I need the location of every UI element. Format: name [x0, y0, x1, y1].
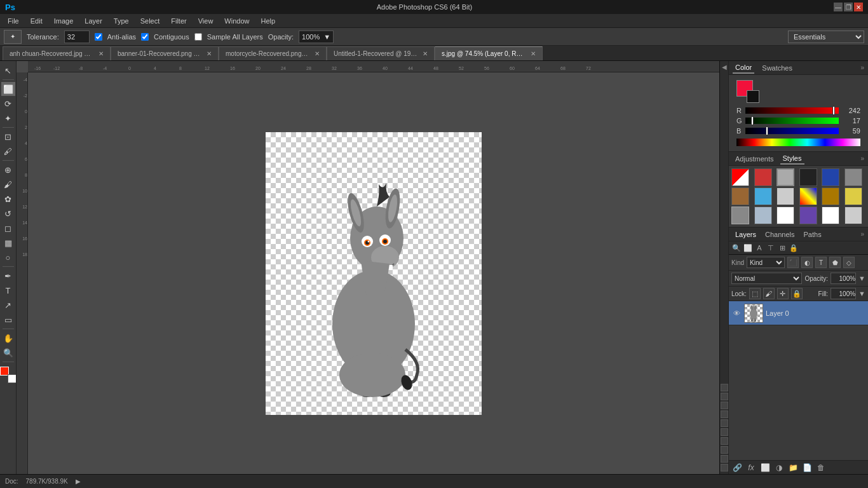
layers-icon3[interactable]: ⊤ — [766, 243, 776, 253]
paths-tab[interactable]: Paths — [801, 229, 824, 240]
tab-3[interactable]: Untitled-1-Recovered @ 192% (La... ✕ — [327, 46, 435, 60]
styles-tab[interactable]: Styles — [780, 153, 804, 165]
edge-tool-2[interactable] — [721, 393, 728, 400]
tab-2[interactable]: motorcycle-Recovered.png @ 100... ✕ — [219, 46, 327, 60]
rectangular-marquee-tool[interactable]: ⬜ — [1, 82, 15, 96]
color-tab[interactable]: Color — [733, 62, 754, 74]
move-tool[interactable]: ↖ — [1, 64, 15, 78]
minimize-button[interactable]: — — [834, 3, 843, 11]
history-brush-tool[interactable]: ↺ — [1, 207, 15, 220]
style-swatch-10[interactable] — [822, 187, 839, 205]
layer-folder-btn[interactable]: 📁 — [787, 462, 799, 473]
color-panel-collapse[interactable]: » — [860, 64, 864, 71]
edge-tool-3[interactable] — [721, 402, 728, 409]
style-swatch-8[interactable] — [776, 187, 794, 205]
contiguous-checkbox[interactable] — [141, 33, 149, 41]
b-slider[interactable] — [745, 128, 839, 134]
edge-tool-7[interactable] — [721, 437, 728, 445]
filter-adj-btn[interactable]: ◐ — [801, 257, 813, 268]
tab-0[interactable]: anh chuan-Recovered.jpg @ 100... ✕ — [3, 46, 111, 60]
menu-window[interactable]: Window — [219, 16, 254, 26]
menu-layer[interactable]: Layer — [79, 16, 107, 26]
menu-file[interactable]: File — [3, 16, 24, 26]
menu-image[interactable]: Image — [49, 16, 79, 26]
opacity-selector[interactable]: 100% ▼ — [299, 30, 334, 43]
opacity-arrow-layers[interactable]: ▼ — [858, 274, 865, 282]
style-swatch-17[interactable] — [844, 207, 862, 224]
style-swatch-13[interactable] — [754, 207, 772, 224]
style-swatch-14[interactable] — [776, 207, 794, 224]
layer-item-0[interactable]: 👁 — [729, 301, 868, 325]
restore-button[interactable]: ❐ — [844, 3, 853, 11]
crop-tool[interactable]: ⊡ — [1, 130, 15, 144]
edge-tool-4[interactable] — [721, 410, 728, 418]
fill-input[interactable] — [831, 288, 856, 299]
filter-type-btn[interactable]: T — [815, 257, 827, 268]
lock-transparent-btn[interactable]: ⬚ — [749, 288, 761, 299]
style-swatch-15[interactable] — [799, 207, 817, 224]
menu-help[interactable]: Help — [255, 16, 280, 26]
workspace-selector[interactable]: Essentials — [788, 30, 864, 43]
fg-bg-selector[interactable] — [736, 80, 759, 103]
eyedropper-tool[interactable]: 🖋 — [1, 144, 15, 158]
r-slider[interactable] — [745, 107, 839, 114]
style-swatch-9[interactable] — [799, 187, 817, 205]
edge-tool-5[interactable] — [721, 419, 728, 427]
dodge-tool[interactable]: ○ — [1, 250, 15, 264]
style-swatch-12[interactable] — [731, 207, 749, 224]
canvas-viewport[interactable] — [28, 72, 719, 474]
tab-0-close[interactable]: ✕ — [98, 50, 104, 57]
layer-delete-btn[interactable]: 🗑 — [815, 462, 827, 473]
edge-tool-8[interactable] — [721, 446, 728, 454]
fg-bg-colors[interactable] — [0, 367, 17, 383]
layer-fx-btn[interactable]: fx — [745, 462, 757, 473]
menu-edit[interactable]: Edit — [25, 16, 48, 26]
lock-all-btn[interactable]: 🔒 — [791, 288, 803, 299]
path-selection-tool[interactable]: ↗ — [1, 298, 15, 312]
style-swatch-0[interactable] — [731, 168, 749, 186]
swatches-tab[interactable]: Swatches — [759, 63, 795, 73]
text-tool[interactable]: T — [1, 283, 15, 297]
adjustments-tab[interactable]: Adjustments — [733, 154, 776, 164]
g-slider[interactable] — [745, 118, 839, 124]
background-color[interactable] — [8, 374, 17, 383]
color-gradient-bar[interactable] — [736, 139, 860, 146]
tab-1-close[interactable]: ✕ — [207, 50, 212, 57]
tab-1[interactable]: banner-01-Recovered.png @ 66.7... ✕ — [111, 46, 219, 60]
layers-icon5[interactable]: 🔒 — [789, 243, 799, 253]
lock-position-btn[interactable]: ✛ — [777, 288, 789, 299]
magic-wand-tool[interactable]: ✦ — [1, 111, 15, 125]
layers-icon2[interactable]: A — [754, 243, 764, 253]
style-swatch-7[interactable] — [754, 187, 772, 205]
shape-tool[interactable]: ▭ — [1, 313, 15, 327]
opacity-input-layers[interactable] — [831, 273, 856, 284]
pen-tool[interactable]: ✒ — [1, 269, 15, 283]
lock-image-btn[interactable]: 🖌 — [763, 288, 775, 299]
clone-tool[interactable]: ✿ — [1, 192, 15, 206]
style-swatch-1[interactable] — [754, 168, 772, 186]
blend-mode-select[interactable]: Normal Dissolve Multiply Screen Overlay — [731, 273, 802, 284]
filter-shape-btn[interactable]: ⬟ — [829, 257, 841, 268]
styles-panel-collapse[interactable]: » — [860, 155, 864, 162]
filter-pixel-btn[interactable]: ⬛ — [787, 257, 799, 268]
layer-visibility-0[interactable]: 👁 — [731, 308, 742, 318]
zoom-tool[interactable]: 🔍 — [1, 346, 15, 360]
tab-4-close[interactable]: ✕ — [531, 50, 536, 57]
style-swatch-3[interactable] — [799, 168, 817, 186]
gradient-tool[interactable]: ▦ — [1, 236, 15, 250]
close-button[interactable]: ✕ — [854, 3, 863, 11]
layers-search-icon[interactable]: 🔍 — [731, 243, 742, 253]
edge-tool-1[interactable] — [721, 384, 728, 391]
fill-arrow[interactable]: ▼ — [858, 290, 865, 297]
antialias-checkbox[interactable] — [95, 33, 102, 41]
lasso-tool[interactable]: ⟳ — [1, 97, 15, 111]
menu-filter[interactable]: Filter — [166, 16, 191, 26]
filter-kind-select[interactable]: Kind — [747, 257, 785, 268]
channels-tab[interactable]: Channels — [763, 229, 797, 240]
collapse-arrow[interactable]: ◀ — [721, 64, 728, 71]
layers-icon1[interactable]: ⬜ — [743, 243, 753, 253]
tab-3-close[interactable]: ✕ — [423, 50, 428, 57]
heal-tool[interactable]: ⊕ — [1, 163, 15, 177]
layer-link-btn[interactable]: 🔗 — [731, 462, 743, 473]
filter-smart-btn[interactable]: ◇ — [843, 257, 855, 268]
